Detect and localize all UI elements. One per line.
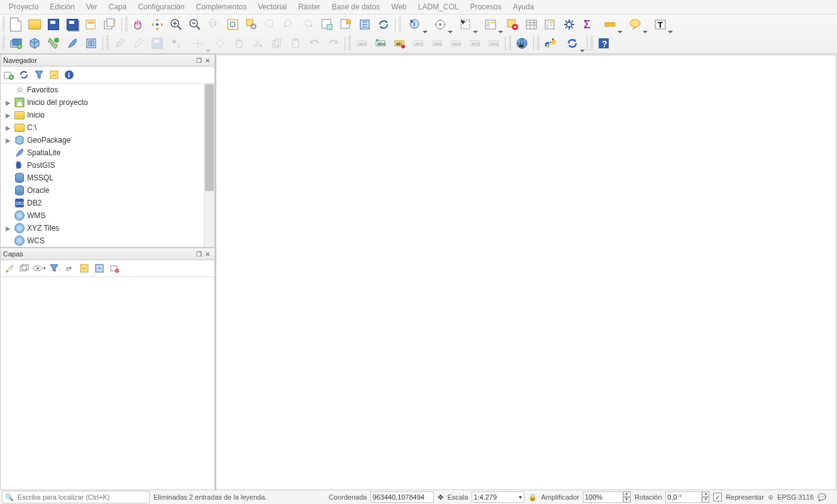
filter-legend-button[interactable] (47, 261, 61, 275)
nav-item-inicio-proyecto[interactable]: ▶Inicio del proyecto (1, 96, 214, 109)
new-map-view-button[interactable] (318, 16, 336, 33)
menu-vectorial[interactable]: Vectorial (253, 3, 292, 11)
menu-complementos[interactable]: Complementos (191, 3, 252, 11)
locator[interactable]: 🔍 (2, 491, 150, 503)
menu-ayuda[interactable]: Ayuda (507, 3, 539, 11)
add-feature-button[interactable] (167, 35, 185, 52)
nav-item-inicio[interactable]: ▶Inicio (1, 109, 214, 121)
refresh-button[interactable] (375, 16, 392, 33)
messages-button[interactable]: 💬 (818, 493, 826, 501)
expand-icon[interactable]: ▶ (4, 112, 12, 119)
refresh-browser-button[interactable] (17, 68, 31, 82)
filter-expression-button[interactable]: ε▾ (62, 261, 76, 275)
magnifier-input[interactable]: 100% (583, 491, 623, 503)
plugin-reload-button[interactable] (560, 35, 584, 52)
python-console-button[interactable] (541, 35, 559, 52)
nav-item-favoritos[interactable]: ☆Favoritos (1, 84, 214, 96)
expand-icon[interactable]: ▶ (4, 99, 12, 106)
select-features-button[interactable] (453, 16, 477, 33)
expand-icon[interactable]: ▶ (4, 124, 12, 131)
layers-tree[interactable] (1, 277, 214, 491)
pan-to-selection-button[interactable] (148, 16, 166, 33)
metasearch-button[interactable] (513, 35, 531, 52)
toggle-editing-button[interactable] (111, 35, 128, 52)
nav-item-c-drive[interactable]: ▶C:\ (1, 121, 214, 134)
redo-button[interactable] (324, 35, 342, 52)
delete-selected-button[interactable] (230, 35, 248, 52)
zoom-next-button[interactable] (299, 16, 317, 33)
magnifier-spinner[interactable]: ▴▾ (623, 491, 631, 503)
layer-labeling-button[interactable]: abc (353, 35, 370, 52)
nav-item-wms[interactable]: WMS (1, 209, 214, 222)
save-project-button[interactable] (45, 16, 62, 33)
close-panel-button[interactable]: ✕ (203, 56, 212, 65)
menu-edicion[interactable]: Edición (45, 3, 79, 11)
field-calculator-button[interactable] (541, 16, 559, 33)
zoom-last-button[interactable] (280, 16, 298, 33)
locator-input[interactable] (16, 493, 147, 501)
menu-web[interactable]: Web (386, 3, 411, 11)
show-labels-button[interactable]: abc (428, 35, 446, 52)
nav-item-spatialite[interactable]: SpatiaLite (1, 146, 214, 159)
move-feature-button[interactable] (186, 35, 210, 52)
deselect-button[interactable] (504, 16, 521, 33)
rotation-spinner[interactable]: ▴▾ (702, 491, 709, 503)
new-print-layout-button[interactable] (82, 16, 100, 33)
save-edits-button[interactable] (148, 35, 166, 52)
zoom-out-button[interactable] (186, 16, 204, 33)
undock-button[interactable]: ❐ (194, 56, 203, 65)
move-label-button[interactable]: abc (447, 35, 465, 52)
nav-item-db2[interactable]: DB2DB2 (1, 197, 214, 209)
new-spatialite-button[interactable] (64, 35, 81, 52)
open-attribute-table-button[interactable] (523, 16, 540, 33)
rotate-label-button[interactable]: abc (466, 35, 484, 52)
zoom-in-button[interactable] (167, 16, 185, 33)
render-checkbox[interactable]: ✓ (713, 493, 722, 501)
identify-button[interactable]: i (403, 16, 427, 33)
coord-value[interactable]: 963440,1078494 (370, 491, 434, 503)
measure-button[interactable] (598, 16, 622, 33)
expand-icon[interactable]: ▶ (4, 137, 12, 144)
help-button[interactable]: ? (595, 35, 613, 52)
menu-ladm[interactable]: LADM_COL (413, 3, 464, 11)
nav-item-oracle[interactable]: Oracle (1, 184, 214, 197)
pin-labels-button[interactable]: abc (409, 35, 427, 52)
undock-button[interactable]: ❐ (194, 249, 203, 258)
layers-header[interactable]: Capas ❐ ✕ (1, 248, 214, 260)
menu-capa[interactable]: Capa (104, 3, 132, 11)
open-project-button[interactable] (26, 16, 43, 33)
crs-icon[interactable]: ⊕ (768, 493, 773, 501)
close-panel-button[interactable]: ✕ (203, 249, 212, 258)
filter-browser-button[interactable] (32, 68, 46, 82)
menu-configuracion[interactable]: Configuración (133, 3, 189, 11)
add-group-button[interactable] (17, 261, 31, 275)
collapse-all-button[interactable] (47, 68, 61, 82)
zoom-full-button[interactable] (224, 16, 241, 33)
scrollbar[interactable] (204, 84, 214, 247)
new-shapefile-button[interactable] (45, 35, 62, 52)
toolbox-button[interactable] (560, 16, 578, 33)
nav-item-xyz[interactable]: ▶XYZ Tiles (1, 222, 214, 234)
undo-button[interactable] (306, 35, 323, 52)
pan-button[interactable] (130, 16, 147, 33)
visibility-button[interactable]: ▾ (32, 261, 46, 275)
node-tool-button[interactable] (211, 35, 229, 52)
rotation-input[interactable]: 0,0 ° (665, 491, 702, 503)
new-project-button[interactable] (7, 16, 25, 33)
copy-button[interactable] (268, 35, 285, 52)
scale-combo[interactable]: 1:4.279▼ (472, 491, 524, 503)
scrollbar-thumb[interactable] (205, 84, 214, 191)
save-as-button[interactable] (64, 16, 81, 33)
text-annotation-button[interactable]: T (648, 16, 672, 33)
layer-diagram-button[interactable]: abc (372, 35, 389, 52)
paste-button[interactable] (287, 35, 304, 52)
collapse-all-button[interactable] (92, 261, 106, 275)
menu-basedatos[interactable]: Base de datos (327, 3, 385, 11)
remove-layer-button[interactable] (108, 261, 121, 275)
toggle-multiedit-button[interactable] (130, 35, 147, 52)
show-bookmarks-button[interactable] (356, 16, 374, 33)
menu-raster[interactable]: Ráster (293, 3, 325, 11)
add-layer-button[interactable] (2, 68, 16, 82)
menu-ver[interactable]: Ver (81, 3, 103, 11)
cut-button[interactable] (249, 35, 267, 52)
